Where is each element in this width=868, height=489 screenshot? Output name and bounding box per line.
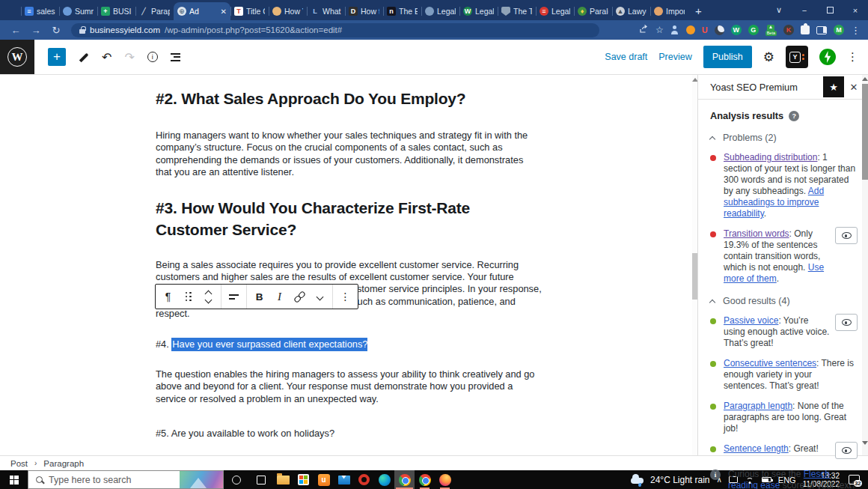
- edge-taskbar-icon[interactable]: [374, 470, 394, 489]
- browser-tab[interactable]: Summ: [59, 2, 97, 20]
- editor-canvas[interactable]: #2. What Sales Approach Do You Employ? H…: [0, 75, 697, 455]
- post-paragraph[interactable]: Hiring managers want to know whether you…: [156, 130, 542, 179]
- browser-menu-icon[interactable]: ⋮: [851, 25, 861, 36]
- wordtune-extension-icon[interactable]: W: [731, 25, 742, 35]
- notification-center-icon[interactable]: 32: [849, 475, 860, 485]
- address-bar[interactable]: businessyield.com/wp-admin/post.php?post…: [71, 23, 599, 37]
- wifi-icon[interactable]: [745, 476, 755, 484]
- firefox-taskbar-icon[interactable]: [435, 470, 455, 489]
- preview-button[interactable]: Preview: [658, 52, 691, 62]
- back-icon[interactable]: ←: [7, 25, 24, 35]
- opera-taskbar-icon[interactable]: [354, 470, 374, 489]
- mail-taskbar-icon[interactable]: [334, 470, 354, 489]
- list-view-icon[interactable]: [171, 53, 180, 61]
- wordpress-logo-icon[interactable]: W: [0, 40, 34, 74]
- side-panel-icon[interactable]: [816, 26, 827, 34]
- editor-options-icon[interactable]: ⋮: [847, 50, 858, 64]
- move-up-down-icon[interactable]: [198, 285, 218, 308]
- dark-mode-extension-icon[interactable]: [715, 25, 724, 35]
- search-highlight-image[interactable]: [180, 471, 223, 488]
- drag-handle-icon[interactable]: [178, 285, 198, 308]
- assessment-link[interactable]: Sentence length: [724, 443, 789, 454]
- editor-scrollbar-thumb[interactable]: [692, 253, 697, 300]
- post-paragraph-selected[interactable]: #4. Have you ever surpassed client expec…: [156, 338, 542, 350]
- link-icon[interactable]: [290, 285, 310, 308]
- block-options-icon[interactable]: ⋮: [335, 285, 355, 308]
- ucweb-extension-icon[interactable]: U: [702, 25, 708, 34]
- new-tab-button[interactable]: +: [695, 5, 702, 16]
- details-info-icon[interactable]: i: [147, 52, 158, 62]
- browser-tab[interactable]: Legal: [421, 2, 459, 20]
- bold-button[interactable]: B: [249, 285, 269, 308]
- file-explorer-taskbar-icon[interactable]: [273, 470, 293, 489]
- browser-tab[interactable]: DHow t: [345, 2, 383, 20]
- tab-search-chevron-icon[interactable]: ∨: [766, 0, 792, 20]
- microsoft-store-taskbar-icon[interactable]: [293, 470, 314, 489]
- browser-tab[interactable]: LWhat: [307, 2, 345, 20]
- sidebar-scrollbar[interactable]: [862, 75, 868, 455]
- scroll-down-arrow-icon[interactable]: [862, 441, 868, 445]
- tab-close-icon[interactable]: ✕: [221, 7, 227, 16]
- browser-tab[interactable]: ╱Parap: [135, 2, 174, 20]
- scroll-up-arrow-icon[interactable]: [692, 78, 697, 82]
- undo-icon[interactable]: ↶: [102, 50, 111, 64]
- assessment-link[interactable]: Passive voice: [724, 315, 778, 326]
- browser-tab[interactable]: WLegal: [459, 2, 498, 20]
- start-button[interactable]: [0, 470, 28, 489]
- publish-button[interactable]: Publish: [703, 46, 752, 68]
- maximize-button[interactable]: [817, 0, 843, 20]
- browser-tab[interactable]: ▲Lawye: [612, 2, 650, 20]
- italic-button[interactable]: I: [269, 285, 290, 308]
- align-icon[interactable]: [224, 285, 244, 308]
- browser-tab[interactable]: ≡Legal: [536, 2, 574, 20]
- browser-tab[interactable]: TTitle C: [230, 2, 269, 20]
- extensions-puzzle-icon[interactable]: [801, 25, 810, 34]
- breadcrumb-post[interactable]: Post: [10, 459, 28, 468]
- uc-browser-taskbar-icon[interactable]: u: [314, 470, 334, 489]
- save-draft-button[interactable]: Save draft: [605, 52, 647, 62]
- close-window-button[interactable]: ×: [843, 0, 868, 20]
- battery-icon[interactable]: [762, 477, 771, 482]
- editor-scrollbar[interactable]: [692, 75, 697, 455]
- edit-tool-icon[interactable]: [79, 52, 89, 62]
- breadcrumb-paragraph[interactable]: Paragraph: [43, 459, 84, 468]
- profile-extension-icon[interactable]: [670, 25, 679, 34]
- assessment-link[interactable]: Consecutive sentences: [724, 358, 816, 368]
- good-results-section-header[interactable]: Good results (4): [710, 296, 858, 306]
- keeper-extension-icon[interactable]: K: [783, 25, 794, 35]
- bookmark-star-icon[interactable]: ☆: [655, 25, 664, 35]
- paragraph-block-icon[interactable]: ¶: [158, 285, 178, 308]
- problems-section-header[interactable]: Problems (2): [710, 133, 858, 143]
- share-icon[interactable]: [639, 25, 649, 36]
- beta-extension-icon[interactable]: Beta: [765, 25, 777, 36]
- close-sidebar-icon[interactable]: ✕: [844, 82, 864, 93]
- jetpack-icon[interactable]: [819, 49, 836, 65]
- cortana-button[interactable]: [224, 470, 248, 489]
- help-icon[interactable]: ?: [789, 111, 799, 121]
- grammarly-extension-icon[interactable]: G: [748, 25, 759, 35]
- highlight-eye-button[interactable]: [835, 314, 858, 331]
- reload-icon[interactable]: ↻: [48, 25, 64, 35]
- assessment-link[interactable]: Paragraph length: [724, 401, 792, 411]
- scroll-up-arrow-icon[interactable]: [862, 77, 868, 81]
- browser-tab[interactable]: ⊕Ad✕: [174, 2, 230, 20]
- assessment-link[interactable]: Transition words: [724, 228, 789, 239]
- post-paragraph[interactable]: The question enables the hiring managers…: [156, 368, 542, 405]
- browser-tab[interactable]: ♦Parale: [574, 2, 612, 20]
- taskbar-search[interactable]: Type here to search: [28, 470, 224, 489]
- browser-tab[interactable]: ≡sales a: [21, 2, 59, 20]
- chrome-taskbar-icon[interactable]: [394, 470, 415, 489]
- browser-tab[interactable]: nThe Ef: [383, 2, 421, 20]
- post-heading-3[interactable]: #3. How Would You Characterize First-Rat…: [156, 197, 542, 240]
- pin-star-icon[interactable]: ★: [823, 76, 844, 97]
- task-view-button[interactable]: [248, 470, 273, 489]
- assessment-link[interactable]: Subheading distribution: [724, 152, 817, 163]
- profile-avatar[interactable]: M: [834, 25, 844, 35]
- add-block-button[interactable]: +: [48, 48, 66, 66]
- browser-tab[interactable]: How Y: [269, 2, 307, 20]
- highlight-eye-button[interactable]: [835, 227, 858, 244]
- settings-gear-icon[interactable]: ⚙: [763, 51, 774, 64]
- browser-tab[interactable]: +BUSIN: [97, 2, 135, 20]
- chevron-down-icon[interactable]: [310, 285, 330, 308]
- chrome2-taskbar-icon[interactable]: [415, 470, 435, 489]
